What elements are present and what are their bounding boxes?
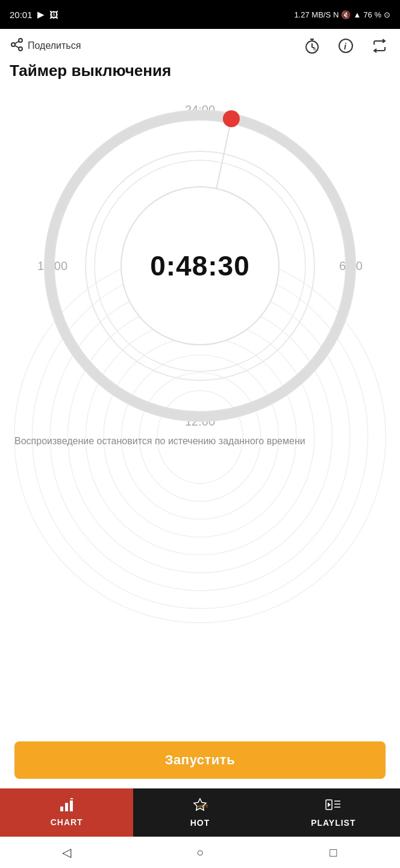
system-nav-bar: ◁ ○ □ [0, 837, 400, 868]
timer-icon-button[interactable]: 4 [301, 35, 323, 57]
svg-marker-34 [328, 802, 331, 807]
speed-indicator: 1.27 MB/S [294, 10, 331, 19]
svg-line-4 [15, 42, 19, 44]
back-button[interactable]: ◁ [49, 840, 85, 864]
svg-text:4: 4 [313, 46, 316, 52]
page-title: Таймер выключения [10, 61, 390, 80]
nav-label-chart: CHART [51, 817, 83, 827]
start-button-container: Запустить [0, 732, 400, 788]
header-top: Поделиться 4 i [10, 35, 390, 57]
svg-rect-25 [65, 803, 68, 811]
svg-text:i: i [344, 42, 347, 51]
mute-icon: 🔇 [341, 10, 351, 19]
nfc-icon: N [333, 10, 339, 19]
share-button[interactable]: Поделиться [10, 37, 81, 54]
status-time: 20:01 [10, 10, 33, 20]
image-icon: 🖼 [49, 10, 58, 20]
share-label: Поделиться [28, 40, 81, 51]
header-icons: 4 i [301, 35, 390, 57]
description-text: Воспроизведение остановится по истечению… [0, 435, 400, 448]
nav-item-hot[interactable]: HOT HOT [133, 788, 266, 837]
share-icon [10, 37, 24, 54]
battery-text: 76 % [363, 10, 381, 19]
clock-container[interactable]: 24:00 12:00 18:00 6:00 [31, 97, 369, 435]
svg-marker-27 [70, 798, 73, 799]
svg-rect-26 [70, 800, 73, 811]
status-left: 20:01 ▶ 🖼 [10, 9, 58, 20]
svg-point-1 [11, 43, 15, 46]
battery-icon: ⊙ [384, 10, 390, 19]
signal-icon: ▲ [353, 10, 361, 19]
recents-button[interactable]: □ [315, 840, 351, 864]
start-button[interactable]: Запустить [14, 741, 386, 779]
svg-point-0 [19, 39, 22, 42]
chart-icon [59, 798, 75, 815]
svg-text:HOT: HOT [198, 804, 207, 809]
svg-point-23 [223, 110, 240, 127]
hot-icon: HOT [193, 797, 207, 816]
timer-display: 0:48:30 [150, 250, 250, 282]
status-right: 1.27 MB/S N 🔇 ▲ 76 % ⊙ [294, 10, 390, 19]
home-button[interactable]: ○ [182, 840, 218, 864]
app-header: Поделиться 4 i [0, 29, 400, 85]
status-bar: 20:01 ▶ 🖼 1.27 MB/S N 🔇 ▲ 76 % ⊙ [0, 0, 400, 29]
nav-label-playlist: PLAYLIST [311, 818, 355, 828]
repeat-icon-button[interactable] [369, 35, 390, 57]
svg-rect-24 [60, 807, 63, 811]
main-content: 24:00 12:00 18:00 6:00 [0, 85, 400, 788]
clock-inner: 0:48:30 [122, 187, 278, 344]
svg-line-3 [15, 46, 19, 48]
play-icon: ▶ [37, 9, 45, 20]
nav-label-hot: HOT [190, 818, 210, 828]
playlist-icon [325, 797, 342, 816]
svg-point-2 [19, 47, 22, 51]
info-icon-button[interactable]: i [335, 35, 357, 57]
nav-item-playlist[interactable]: PLAYLIST [267, 788, 400, 837]
bottom-nav: CHART HOT HOT PLAYLIST [0, 788, 400, 837]
nav-item-chart[interactable]: CHART [0, 788, 133, 837]
